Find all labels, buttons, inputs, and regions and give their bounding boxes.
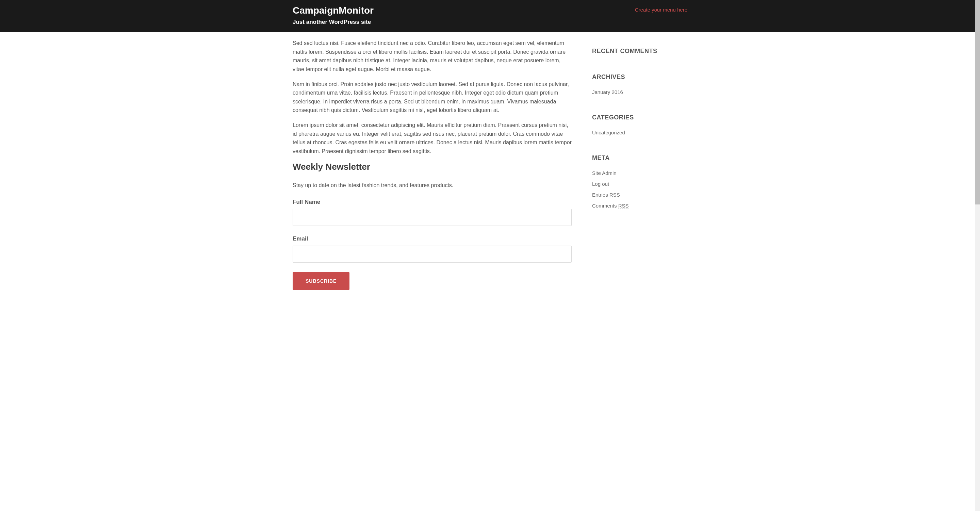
- list-item: Log out: [592, 181, 687, 187]
- site-admin-link[interactable]: Site Admin: [592, 170, 617, 176]
- rss-abbr: RSS: [618, 203, 629, 209]
- article-body: Etiam venenatis risus eu nulla malesuada…: [293, 15, 572, 156]
- list-item: Entries RSS: [592, 192, 687, 198]
- rss-abbr: RSS: [609, 192, 620, 198]
- meta-widget: META Site Admin Log out Entries RSS Comm…: [592, 154, 687, 209]
- archives-widget: ARCHIVES January 2016: [592, 73, 687, 95]
- create-menu-link[interactable]: Create your menu here: [635, 7, 687, 13]
- entries-rss-link[interactable]: Entries RSS: [592, 192, 620, 198]
- newsletter-description: Stay up to date on the latest fashion tr…: [293, 182, 572, 188]
- logout-link[interactable]: Log out: [592, 181, 609, 187]
- widget-title: META: [592, 154, 687, 162]
- list-item: Site Admin: [592, 170, 687, 176]
- scrollbar-thumb[interactable]: [975, 0, 980, 204]
- article-paragraph: Lorem ipsum dolor sit amet, consectetur …: [293, 121, 572, 156]
- category-link[interactable]: Uncategorized: [592, 130, 625, 135]
- fullname-input[interactable]: [293, 209, 572, 226]
- sidebar: Example Bar Sign-Up Form Example Embedde…: [592, 32, 687, 290]
- scrollbar-track[interactable]: [975, 0, 980, 290]
- site-tagline: Just another WordPress site: [293, 19, 687, 25]
- site-title[interactable]: CampaignMonitor: [293, 5, 687, 16]
- categories-widget: CATEGORIES Uncategorized: [592, 114, 687, 136]
- archive-link[interactable]: January 2016: [592, 89, 623, 95]
- widget-title: ARCHIVES: [592, 73, 687, 81]
- main-content: Etiam venenatis risus eu nulla malesuada…: [293, 32, 572, 290]
- list-item: Uncategorized: [592, 130, 687, 136]
- comments-rss-link[interactable]: Comments RSS: [592, 203, 629, 209]
- subscribe-button[interactable]: SUBSCRIBE: [293, 272, 350, 290]
- email-label: Email: [293, 236, 572, 242]
- widget-title: RECENT COMMENTS: [592, 48, 687, 55]
- article-paragraph: Nam in finibus orci. Proin sodales justo…: [293, 80, 572, 115]
- fullname-label: Full Name: [293, 199, 572, 205]
- article-paragraph: Sed sed luctus nisi. Fusce eleifend tinc…: [293, 39, 572, 73]
- newsletter-heading: Weekly Newsletter: [293, 162, 572, 172]
- email-input[interactable]: [293, 246, 572, 263]
- list-item: January 2016: [592, 89, 687, 95]
- widget-title: CATEGORIES: [592, 114, 687, 121]
- list-item: Comments RSS: [592, 203, 687, 209]
- recent-comments-widget: RECENT COMMENTS: [592, 48, 687, 55]
- site-header: CampaignMonitor Just another WordPress s…: [0, 0, 980, 32]
